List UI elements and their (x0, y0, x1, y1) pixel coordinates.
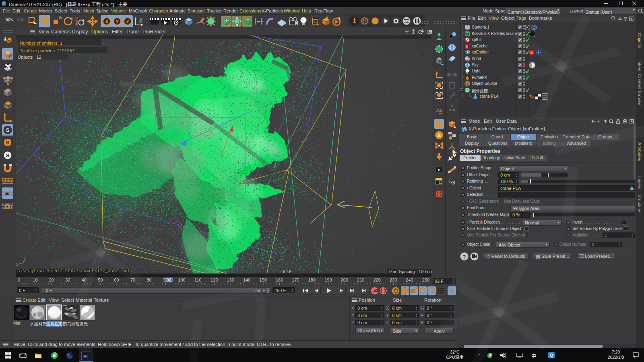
svg-text:S: S (6, 140, 10, 146)
svg-text:R: R (75, 23, 78, 27)
svg-text:P: P (430, 289, 433, 293)
svg-text:Y: Y (116, 19, 119, 25)
svg-text:213: 213 (449, 108, 455, 112)
svg-text:XP: XP (465, 32, 470, 36)
svg-text:S: S (6, 127, 10, 133)
svg-text:Z: Z (16, 263, 19, 267)
svg-text:S: S (438, 133, 441, 138)
svg-text:Pr: Pr (83, 354, 88, 359)
svg-text:S: S (6, 152, 10, 158)
svg-text:Z: Z (126, 19, 129, 25)
svg-text:C: C (451, 104, 453, 108)
svg-text:f: f (449, 177, 451, 184)
svg-text:?: ? (463, 254, 466, 260)
svg-text:X: X (105, 19, 109, 25)
